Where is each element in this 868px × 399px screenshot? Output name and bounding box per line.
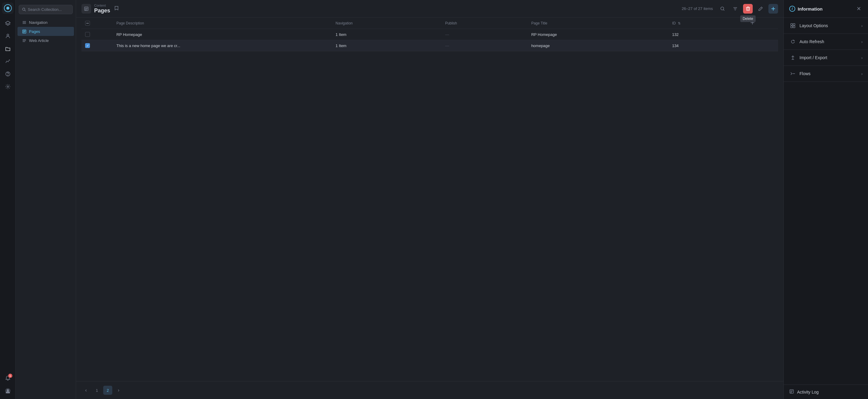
flows-label: Flows <box>800 71 861 76</box>
layout-options-chevron: › <box>861 24 863 28</box>
right-panel: i Information ✕ Layout Options › Auto Re… <box>783 0 868 399</box>
col-header-add[interactable] <box>747 18 778 29</box>
row-2-page-title: homepage <box>528 40 669 51</box>
page-2-button[interactable]: 2 <box>103 386 112 395</box>
page-title: Pages <box>94 7 110 14</box>
activity-log-icon <box>789 389 794 395</box>
row-1-checkbox-cell[interactable] <box>82 29 113 40</box>
svg-point-6 <box>7 86 8 88</box>
filter-button[interactable] <box>731 4 740 13</box>
edit-button[interactable] <box>756 4 765 13</box>
auto-refresh-label: Auto Refresh <box>800 39 861 44</box>
table-container: Page Description Navigation Publish Page… <box>76 18 783 381</box>
svg-point-9 <box>23 8 25 10</box>
icon-bar-bottom: 1 <box>2 372 13 397</box>
sidebar-item-web-article[interactable]: Web Article <box>18 36 74 45</box>
sidebar-item-navigation[interactable]: Navigation <box>18 18 74 27</box>
row-2-publish: — <box>441 40 528 51</box>
delete-button-wrapper: Delete <box>743 4 753 13</box>
row-1-navigation: 1 Item <box>332 29 441 40</box>
svg-line-26 <box>723 9 725 10</box>
sidebar-item-analytics[interactable] <box>2 56 13 67</box>
page-1-button[interactable]: 1 <box>92 386 101 395</box>
profile-icon-btn[interactable] <box>2 385 13 397</box>
row-1-id: 132 <box>669 29 747 40</box>
header-checkbox[interactable] <box>85 21 90 26</box>
sidebar-item-settings[interactable] <box>2 81 13 92</box>
web-article-list-icon <box>22 38 27 43</box>
svg-point-1 <box>6 7 9 10</box>
sidebar-item-pages[interactable]: Pages <box>18 27 74 36</box>
flows-chevron: › <box>861 71 863 76</box>
sort-icon: ⇅ <box>678 22 681 25</box>
col-header-description[interactable]: Page Description <box>113 18 332 29</box>
info-icon: i <box>789 6 795 12</box>
flows-section[interactable]: Flows › <box>784 66 868 82</box>
svg-rect-38 <box>793 24 795 25</box>
row-2-checkbox-cell[interactable]: ✓ <box>82 40 113 51</box>
svg-rect-39 <box>791 26 793 28</box>
notification-icon-btn[interactable]: 1 <box>2 372 13 384</box>
row-1-publish: — <box>441 29 528 40</box>
app-logo <box>2 2 13 14</box>
header-title-block: Content Pages <box>94 4 110 14</box>
row-2-id: 134 <box>669 40 747 51</box>
row-2-add-btn[interactable] <box>747 40 778 51</box>
web-article-label: Web Article <box>29 38 49 43</box>
sidebar-item-users[interactable] <box>2 30 13 42</box>
layout-options-label: Layout Options <box>800 23 861 28</box>
row-1-add-btn[interactable] <box>747 29 778 40</box>
import-export-chevron: › <box>861 56 863 60</box>
add-button[interactable] <box>768 4 778 13</box>
bookmark-icon[interactable] <box>114 6 119 12</box>
right-panel-header: i Information ✕ <box>784 0 868 18</box>
pages-list-icon <box>22 29 27 34</box>
col-header-checkbox[interactable] <box>82 18 113 29</box>
search-collection-input[interactable]: Search Collection... <box>19 5 73 14</box>
row-2-description: This is a new home page we are cr... <box>113 40 332 51</box>
sidebar-item-folder[interactable] <box>2 43 13 54</box>
delete-button[interactable] <box>743 4 753 13</box>
col-header-id[interactable]: ID ⇅ <box>669 18 747 29</box>
row-2-navigation: 1 Item <box>332 40 441 51</box>
row-2-checkbox[interactable]: ✓ <box>85 43 90 48</box>
navigation-list-icon <box>22 20 27 25</box>
svg-marker-2 <box>5 21 10 24</box>
icon-bar: 1 <box>0 0 16 399</box>
activity-log-label: Activity Log <box>797 390 819 395</box>
sidebar: Search Collection... Navigation Pages <box>16 0 76 399</box>
svg-point-3 <box>7 34 9 36</box>
import-export-icon <box>789 54 797 61</box>
activity-log-section[interactable]: Activity Log <box>784 385 868 399</box>
col-header-page-title: Page Title <box>528 18 669 29</box>
sidebar-item-layers[interactable] <box>2 18 13 29</box>
flows-icon <box>789 70 797 77</box>
search-button[interactable] <box>718 4 727 13</box>
auto-refresh-icon <box>789 38 797 45</box>
svg-point-8 <box>7 389 9 392</box>
next-page-button[interactable]: › <box>114 386 123 395</box>
import-export-section[interactable]: Import / Export › <box>784 50 868 66</box>
pages-table: Page Description Navigation Publish Page… <box>82 18 778 51</box>
svg-point-5 <box>7 75 8 75</box>
col-header-navigation: Navigation <box>332 18 441 29</box>
navigation-label: Navigation <box>29 20 48 25</box>
table-row: RP Homepage 1 Item — RP Homepage 132 <box>82 29 778 40</box>
pages-label: Pages <box>29 29 40 34</box>
notification-badge: 1 <box>8 374 12 378</box>
svg-rect-40 <box>793 26 795 28</box>
import-export-label: Import / Export <box>800 55 861 60</box>
layout-options-section[interactable]: Layout Options › <box>784 18 868 34</box>
item-count: 26–27 of 27 items <box>682 6 713 11</box>
prev-page-button[interactable]: ‹ <box>82 386 91 395</box>
content-header: Content Pages 26–27 of 27 items <box>76 0 783 18</box>
row-1-description: RP Homepage <box>113 29 332 40</box>
auto-refresh-section[interactable]: Auto Refresh › <box>784 34 868 50</box>
table-row: ✓ This is a new home page we are cr... 1… <box>82 40 778 51</box>
row-1-page-title: RP Homepage <box>528 29 669 40</box>
row-1-checkbox[interactable] <box>85 32 90 37</box>
pages-header-icon <box>82 4 91 13</box>
close-panel-button[interactable]: ✕ <box>855 5 863 13</box>
layout-options-icon <box>789 22 797 29</box>
sidebar-item-help[interactable] <box>2 68 13 80</box>
